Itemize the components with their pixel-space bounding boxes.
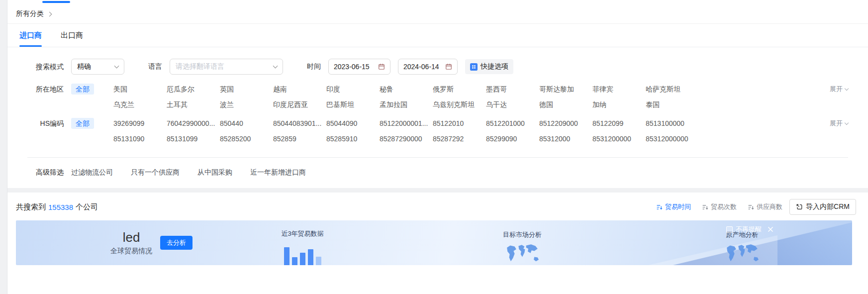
region-option[interactable]: 乌克兰: [113, 99, 167, 110]
mini-bar: [308, 249, 313, 265]
hs-code-option[interactable]: 8513100000: [646, 118, 699, 129]
region-option[interactable]: 美国: [113, 84, 167, 95]
date-end-input[interactable]: 2024-06-14: [398, 59, 458, 75]
filter-divider: [27, 157, 848, 158]
advanced-filter-option[interactable]: 只有一个供应商: [131, 167, 180, 177]
results-count[interactable]: 155338: [48, 203, 73, 211]
breadcrumb[interactable]: 所有分类: [16, 9, 51, 18]
tab-importers[interactable]: 进口商: [19, 24, 42, 47]
tab-exporters[interactable]: 出口商: [61, 24, 83, 47]
hs-code-option[interactable]: 76042990000...: [167, 118, 220, 129]
results-prefix: 共搜索到: [16, 202, 46, 212]
region-label: 所在地区: [27, 84, 64, 95]
hs-code-option[interactable]: 85312000000: [646, 133, 699, 144]
region-option[interactable]: 菲律宾: [592, 84, 646, 95]
hs-code-option[interactable]: 85044083901...: [273, 118, 326, 129]
hs-code-option[interactable]: 85285910: [326, 133, 380, 144]
banner-section-target-market: 目标市场分析: [412, 220, 632, 265]
hs-code-option[interactable]: 85122010: [433, 118, 486, 129]
hs-code-option[interactable]: 85299090: [486, 133, 539, 144]
search-mode-select[interactable]: 精确: [71, 59, 124, 75]
region-option[interactable]: 孟加拉国: [380, 99, 433, 110]
hs-code-option[interactable]: 8512201000: [486, 118, 539, 129]
region-option[interactable]: 哥斯达黎加: [539, 84, 592, 95]
region-option[interactable]: 俄罗斯: [433, 84, 486, 95]
hs-code-option[interactable]: 85122099: [592, 118, 646, 129]
hs-code-option[interactable]: 8512209000: [539, 118, 592, 129]
region-option[interactable]: 乌兹别克斯坦: [433, 99, 486, 110]
hs-code-option[interactable]: 39269099: [113, 118, 167, 129]
region-filter-row: 所在地区 全部 美国厄瓜多尔英国越南印度秘鲁俄罗斯墨西哥哥斯达黎加菲律宾哈萨克斯…: [27, 84, 848, 110]
analyze-button[interactable]: 去分析: [160, 236, 193, 250]
dismiss-checkbox[interactable]: [726, 226, 733, 233]
advanced-filter-option[interactable]: 过滤物流公司: [71, 167, 113, 177]
hs-code-option[interactable]: 85131090: [113, 133, 167, 144]
dismiss-control: 不再提醒: [726, 225, 773, 234]
region-option[interactable]: 秘鲁: [380, 84, 433, 95]
region-all-tag[interactable]: 全部: [71, 84, 94, 95]
region-option[interactable]: 英国: [220, 84, 273, 95]
advanced-filter-option[interactable]: 近一年新增进口商: [250, 167, 306, 177]
hs-code-line-1: 3926909976042990000...85044085044083901.…: [113, 118, 699, 129]
hs-code-option[interactable]: 85287290000: [380, 133, 433, 144]
hs-code-option[interactable]: 85044090: [326, 118, 380, 129]
advanced-filter-options: 过滤物流公司只有一个供应商从中国采购近一年新增进口商: [64, 167, 324, 177]
region-option[interactable]: 乌干达: [486, 99, 539, 110]
sort-supplier-count[interactable]: 供应商数: [748, 202, 782, 211]
date-start-input[interactable]: 2023-06-15: [328, 59, 390, 75]
hs-code-options: 3926909976042990000...85044085044083901.…: [113, 118, 699, 144]
search-mode-value: 精确: [77, 62, 91, 71]
quick-options-button[interactable]: 快捷选项: [465, 59, 513, 74]
hs-code-option[interactable]: 852859: [273, 133, 326, 144]
region-all-wrap: 全部: [64, 84, 113, 95]
region-option[interactable]: 印度: [326, 84, 380, 95]
chevron-down-icon: [273, 64, 278, 69]
time-label: 时间: [307, 62, 321, 71]
close-icon[interactable]: [768, 226, 773, 232]
hs-code-option[interactable]: 85131099: [167, 133, 220, 144]
region-option[interactable]: 越南: [273, 84, 326, 95]
top-tab-indicator: [42, 1, 70, 3]
hs-code-option[interactable]: 8531200000: [592, 133, 646, 144]
hs-code-option[interactable]: 85287292: [433, 133, 486, 144]
filter-panel: 搜索模式 精确 语言 请选择翻译语言 时间 2023-06-15 2024-06…: [7, 47, 868, 188]
quick-options-icon: [470, 63, 478, 71]
region-option[interactable]: 波兰: [220, 99, 273, 110]
hs-code-option[interactable]: 85122000001...: [380, 118, 433, 129]
import-crm-label: 导入内部CRM: [806, 202, 850, 211]
tab-importers-label: 进口商: [19, 31, 42, 40]
chevron-down-icon: [845, 120, 849, 124]
region-expand-link[interactable]: 展开: [830, 84, 848, 95]
region-option[interactable]: 加纳: [592, 99, 646, 110]
chevron-down-icon: [845, 86, 849, 90]
import-icon: [796, 203, 803, 210]
region-options-line-2: 乌克兰土耳其波兰印度尼西亚巴基斯坦孟加拉国乌兹别克斯坦乌干达德国加纳泰国: [113, 99, 699, 110]
hs-code-option[interactable]: 85285200: [220, 133, 273, 144]
banner-target-market-title: 目标市场分析: [503, 230, 542, 239]
hs-code-option[interactable]: 850440: [220, 118, 273, 129]
results-panel: 共搜索到 155338 个公司 贸易时间 贸易次数 供应商数: [7, 193, 868, 294]
region-option[interactable]: 印度尼西亚: [273, 99, 326, 110]
date-end-value: 2024-06-14: [403, 63, 439, 71]
sort-icon: [656, 204, 663, 210]
sort-trade-count[interactable]: 贸易次数: [702, 202, 737, 211]
sort-supplier-count-label: 供应商数: [757, 202, 782, 211]
region-option[interactable]: 哈萨克斯坦: [646, 84, 699, 95]
region-option[interactable]: 德国: [539, 99, 592, 110]
hs-code-option[interactable]: 85312000: [539, 133, 592, 144]
region-option[interactable]: 墨西哥: [486, 84, 539, 95]
language-select[interactable]: 请选择翻译语言: [170, 59, 283, 75]
sort-icon: [748, 204, 754, 210]
region-option[interactable]: 泰国: [646, 99, 699, 110]
advanced-filter-option[interactable]: 从中国采购: [197, 167, 232, 177]
region-option[interactable]: 厄瓜多尔: [167, 84, 220, 95]
region-option[interactable]: 土耳其: [167, 99, 220, 110]
import-crm-button[interactable]: 导入内部CRM: [789, 199, 856, 215]
hs-all-tag[interactable]: 全部: [71, 118, 94, 129]
region-option[interactable]: 巴基斯坦: [326, 99, 380, 110]
hs-code-label: HS编码: [27, 118, 64, 129]
chevron-down-icon: [114, 64, 119, 69]
hs-expand-link[interactable]: 展开: [830, 118, 848, 129]
hs-code-line-2: 8513109085131099852852008528598528591085…: [113, 133, 699, 144]
sort-trade-time[interactable]: 贸易时间: [656, 202, 691, 211]
